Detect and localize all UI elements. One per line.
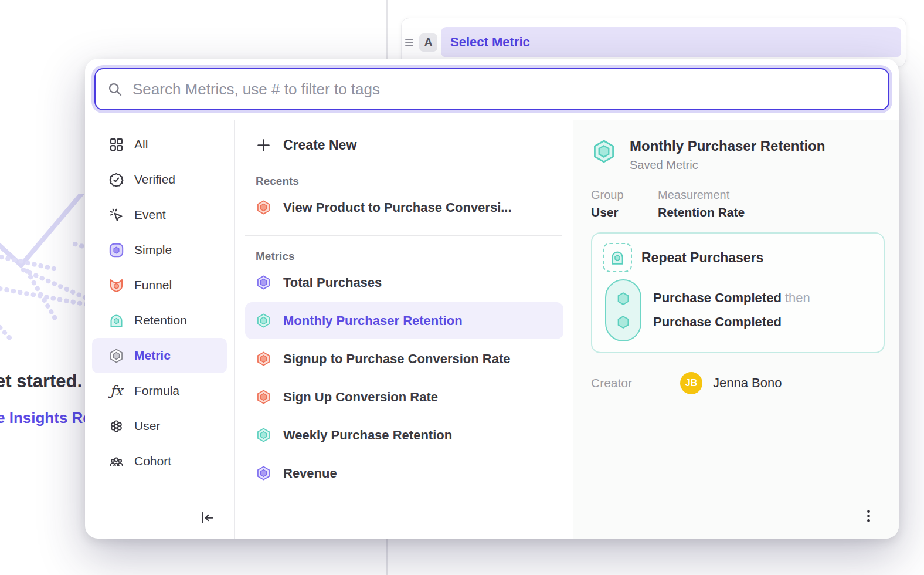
sidebar-item-label: Retention	[134, 313, 187, 327]
retention-metric-hexagon-icon	[591, 138, 617, 164]
more-options-kebab-icon[interactable]	[861, 508, 877, 524]
list-item-label: Total Purchases	[283, 275, 382, 290]
sidebar-item-label: Event	[134, 208, 166, 222]
step-1-event: Purchase Completed	[653, 290, 782, 305]
behavior-name: Repeat Purchasers	[641, 250, 763, 266]
filter-sidebar: All Verified	[85, 120, 235, 539]
sidebar-item-label: Metric	[134, 349, 171, 363]
search-input[interactable]	[133, 80, 877, 99]
sidebar-item-user[interactable]: User	[92, 408, 227, 444]
field-label-group: Group	[591, 188, 644, 202]
funnel-metric-hexagon-icon	[256, 351, 271, 367]
list-item-label: View Product to Purchase Conversi...	[283, 200, 512, 215]
creator-avatar: JB	[680, 372, 702, 394]
simple-metric-hexagon-icon	[256, 275, 271, 290]
sidebar-item-event[interactable]: Event	[92, 197, 227, 232]
list-item-sign-up-conversion-rate[interactable]: Sign Up Conversion Rate	[245, 378, 563, 415]
search-icon	[107, 82, 123, 97]
plus-icon	[256, 137, 271, 153]
search-bar	[94, 68, 889, 110]
select-metric-label: Select Metric	[450, 35, 530, 50]
sidebar-item-label: Cohort	[134, 454, 171, 468]
retention-arch-icon	[108, 313, 124, 329]
simple-metric-hexagon-icon	[256, 465, 271, 481]
sidebar-item-cohort[interactable]: Cohort	[92, 444, 227, 479]
list-item-weekly-purchase-retention[interactable]: Weekly Purchase Retention	[245, 417, 563, 454]
sidebar-item-label: Simple	[134, 243, 172, 257]
select-metric-button[interactable]: Select Metric	[441, 27, 901, 58]
sidebar-item-funnel[interactable]: Funnel	[92, 268, 227, 303]
detail-subtitle: Saved Metric	[630, 158, 825, 172]
list-item-label: Sign Up Conversion Rate	[283, 390, 438, 405]
insights-report-link-fragment[interactable]: e Insights Re	[0, 409, 91, 427]
field-value-measurement: Retention Rate	[658, 205, 745, 219]
create-new-button[interactable]: Create New	[235, 129, 573, 161]
field-label-measurement: Measurement	[658, 188, 745, 202]
repeat-purchasers-icon	[603, 243, 632, 272]
sidebar-item-retention[interactable]: Retention	[92, 303, 227, 338]
detail-footer	[573, 493, 899, 539]
retention-metric-hexagon-icon	[256, 427, 271, 443]
metric-list-panel: Create New Recents View Product to Purch…	[235, 120, 573, 539]
section-label-recents: Recents	[235, 169, 573, 188]
step-connector: then	[785, 290, 810, 305]
funnel-metric-hexagon-icon	[256, 199, 271, 215]
collapse-sidebar-icon[interactable]	[199, 510, 215, 526]
grid-icon	[108, 137, 124, 153]
retention-definition-card: Repeat Purchasers	[591, 232, 885, 353]
cohort-people-icon	[108, 454, 124, 469]
list-item-label: Monthly Purchaser Retention	[283, 313, 463, 329]
step-2-event: Purchase Completed	[653, 314, 782, 329]
sidebar-item-label: All	[134, 137, 148, 151]
event-sequence-capsule	[605, 279, 641, 341]
clause-letter-badge: A	[419, 33, 437, 52]
list-item-monthly-purchaser-retention[interactable]: Monthly Purchaser Retention	[245, 302, 563, 339]
sidebar-item-metric[interactable]: Metric	[92, 338, 227, 373]
cursor-click-icon	[108, 207, 124, 223]
drag-handle-icon[interactable]	[405, 39, 416, 46]
sidebar-item-label: User	[134, 419, 160, 433]
list-item-label: Revenue	[283, 466, 337, 481]
list-item-label: Signup to Purchase Conversion Rate	[283, 351, 511, 367]
detail-title: Monthly Purchaser Retention	[630, 137, 825, 155]
funnel-icon	[108, 278, 124, 293]
field-value-group: User	[591, 205, 644, 219]
sidebar-item-label: Formula	[134, 384, 179, 398]
sidebar-item-all[interactable]: All	[92, 127, 227, 162]
metric-hexagon-icon	[108, 348, 124, 364]
section-label-metrics: Metrics	[235, 244, 573, 263]
simple-metric-icon	[108, 242, 124, 258]
sidebar-item-label: Verified	[134, 172, 175, 187]
sidebar-item-simple[interactable]: Simple	[92, 232, 227, 268]
metric-detail-panel: Monthly Purchaser Retention Saved Metric…	[573, 120, 899, 539]
list-divider	[245, 235, 562, 236]
create-new-label: Create New	[283, 137, 356, 153]
sidebar-item-label: Funnel	[134, 278, 172, 292]
list-item-total-purchases[interactable]: Total Purchases	[245, 264, 563, 301]
list-item-revenue[interactable]: Revenue	[245, 455, 563, 492]
creator-name: Jenna Bono	[713, 376, 782, 391]
verified-badge-icon	[108, 172, 124, 188]
retention-metric-hexagon-icon	[256, 313, 271, 329]
creator-label: Creator	[591, 376, 680, 390]
metric-picker-dropdown: All Verified	[85, 59, 899, 539]
user-cluster-icon	[108, 418, 124, 434]
event-hexagon-icon	[615, 290, 631, 307]
list-item-view-product-to-purchase-conversion[interactable]: View Product to Purchase Conversi...	[245, 189, 563, 226]
sidebar-item-verified[interactable]: Verified	[92, 162, 227, 197]
sidebar-item-formula[interactable]: ƒx Formula	[92, 373, 227, 408]
formula-fx-icon: ƒx	[108, 383, 124, 399]
sidebar-footer	[85, 496, 234, 539]
list-item-signup-to-purchase-conversion-rate[interactable]: Signup to Purchase Conversion Rate	[245, 340, 563, 377]
list-item-label: Weekly Purchase Retention	[283, 428, 452, 443]
background-heading-fragment: et started.	[0, 371, 82, 392]
event-hexagon-icon	[615, 314, 631, 330]
funnel-metric-hexagon-icon	[256, 389, 271, 405]
